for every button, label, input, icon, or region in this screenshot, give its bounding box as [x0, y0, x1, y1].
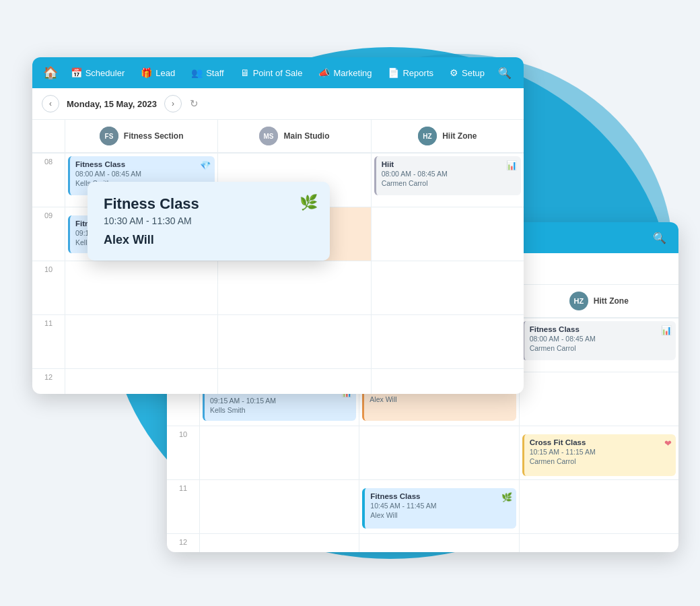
back-slot-h-12: [520, 533, 678, 552]
back-resource-hitt: HZ Hitt Zone: [519, 285, 678, 317]
back-event-fitness-alex-time: 10:45 AM - 11:45 AM: [370, 502, 510, 510]
front-slot-h-12: [372, 368, 524, 394]
popup-title: Fitness Class: [104, 195, 314, 213]
front-slot-f-12: [65, 368, 217, 394]
back-slot-f-11: [200, 479, 359, 533]
back-slot-m-11: Fitness Class 10:45 AM - 11:45 AM Alex W…: [359, 479, 518, 533]
front-resource-hiit: HZ Hiit Zone: [371, 120, 524, 152]
next-icon: ›: [172, 99, 174, 108]
nav-marketing[interactable]: 📣 Marketing: [312, 63, 378, 82]
reports-icon: 📄: [388, 67, 399, 78]
home-button[interactable]: 🏠: [40, 62, 61, 83]
front-time-11: 11: [32, 314, 65, 368]
front-slot-m-11: [218, 314, 370, 368]
back-time-10: 10: [167, 426, 199, 479]
refresh-button[interactable]: ↻: [190, 98, 199, 110]
front-time-col-header: [32, 120, 65, 152]
nav-scheduler[interactable]: 📅 Scheduler: [64, 63, 132, 82]
front-time-08: 08: [32, 153, 65, 207]
lotus-icon-back: 🌿: [501, 492, 512, 502]
front-scheduler-header: FS Fitness Section MS Main Studio HZ Hii…: [32, 120, 524, 153]
prev-date-button[interactable]: ‹: [42, 95, 59, 112]
back-slot-m-10: [359, 426, 518, 479]
nav-lead[interactable]: 🎁 Lead: [134, 63, 182, 82]
front-resource-main-label: Main Studio: [283, 131, 329, 141]
svg-text:FS: FS: [104, 133, 113, 140]
date-label: Monday, 15 May, 2023: [65, 99, 159, 109]
back-search-button[interactable]: 🔍: [649, 228, 670, 248]
front-avatar-hiit: HZ: [418, 127, 437, 145]
setup-icon: ⚙: [450, 67, 458, 78]
front-resource-fitness: FS Fitness Section: [65, 120, 217, 152]
lead-icon: 🎁: [141, 67, 152, 78]
back-event-fitness-person: Kells Smith: [210, 406, 351, 414]
prev-icon: ‹: [49, 99, 52, 108]
back-event-fitness-alex-title: Fitness Class: [370, 492, 510, 500]
front-slot-h-11: [372, 314, 524, 368]
front-slot-m-10: [218, 261, 370, 314]
back-event-crossfit-title: Cross Fit Class: [530, 438, 670, 446]
heart-icon-back: ❤: [664, 438, 672, 448]
nav-pos[interactable]: 🖥 Point of Sale: [234, 63, 310, 82]
back-event-fitness-alex-person: Alex Will: [370, 511, 510, 519]
front-lane-hiit: Hiit 08:00 AM - 08:45 AM Carmen Carrol 📊: [371, 153, 524, 394]
back-slot-h-10: Cross Fit Class 10:15 AM - 11:15 AM Carm…: [520, 426, 678, 479]
front-event-hiit-time: 08:00 AM - 08:45 AM: [382, 170, 516, 178]
home-icon: 🏠: [43, 65, 58, 80]
front-resource-fitness-label: Fitness Section: [124, 131, 184, 141]
back-slot-f-12: [200, 533, 359, 552]
back-event-fitness-carmen-title: Fitness Class: [530, 325, 670, 333]
search-icon: 🔍: [498, 67, 512, 79]
front-slot-h-10: [372, 261, 524, 314]
next-date-button[interactable]: ›: [164, 95, 182, 112]
nav-setup[interactable]: ⚙ Setup: [443, 63, 491, 82]
back-event-fitness-carmen[interactable]: Fitness Class 08:00 AM - 08:45 AM Carmen…: [522, 321, 676, 360]
pos-icon: 🖥: [240, 67, 250, 78]
front-event-fitness-08-time: 08:00 AM - 08:45 AM: [75, 170, 209, 178]
front-slot-f-11: [65, 314, 217, 368]
search-button[interactable]: 🔍: [494, 63, 516, 83]
back-lane-hitt: Fitness Class 08:00 AM - 08:45 AM Carmen…: [519, 318, 678, 552]
popup-card[interactable]: Fitness Class 10:30 AM - 11:30 AM Alex W…: [88, 182, 330, 261]
svg-text:HZ: HZ: [423, 133, 431, 140]
back-time-12: 12: [167, 533, 199, 552]
diamond-icon-front: 💎: [200, 160, 211, 170]
nav-staff[interactable]: 👥 Staff: [184, 63, 231, 82]
svg-text:MS: MS: [264, 133, 274, 140]
front-resource-main: MS Main Studio: [217, 120, 370, 152]
front-event-hiit-person: Carmen Carrol: [382, 179, 516, 187]
back-slot-m-12: [359, 533, 518, 552]
marketing-icon: 📣: [318, 67, 330, 78]
staff-icon-front: 👥: [191, 67, 203, 78]
refresh-icon: ↻: [190, 98, 199, 109]
back-event-fitness-carmen-time: 08:00 AM - 08:45 AM: [530, 335, 670, 343]
back-event-crossfit[interactable]: Cross Fit Class 10:15 AM - 11:15 AM Carm…: [522, 434, 676, 476]
front-datebar: ‹ Monday, 15 May, 2023 › ↻: [32, 88, 524, 120]
back-slot-h-08: Fitness Class 08:00 AM - 08:45 AM Carmen…: [520, 318, 678, 372]
scheduler-icon: 📅: [71, 67, 82, 78]
popup-person: Alex Will: [104, 233, 314, 247]
front-avatar-main: MS: [259, 127, 278, 145]
search-icon-back: 🔍: [653, 232, 666, 244]
front-event-hiit[interactable]: Hiit 08:00 AM - 08:45 AM Carmen Carrol 📊: [374, 156, 521, 195]
front-event-fitness-08-title: Fitness Class: [75, 160, 209, 168]
back-event-crossfit-person: Carmen Carrol: [530, 457, 670, 465]
nav-reports[interactable]: 📄 Reports: [381, 63, 440, 82]
front-slot-f-10: [65, 261, 217, 314]
front-navbar: 🏠 📅 Scheduler 🎁 Lead 👥 Staff 🖥 Point of …: [32, 57, 524, 88]
back-event-appointment-person: Alex Will: [370, 395, 510, 403]
front-time-12: 12: [32, 368, 65, 394]
activity-icon-back-h: 📊: [661, 325, 672, 335]
back-resource-hitt-label: Hitt Zone: [594, 296, 629, 306]
front-slot-h-09: [372, 207, 524, 261]
back-event-fitness-time: 09:15 AM - 10:15 AM: [210, 397, 351, 405]
back-slot-h-11: [520, 479, 678, 533]
front-time-09: 09: [32, 207, 65, 261]
back-event-crossfit-time: 10:15 AM - 11:15 AM: [530, 448, 670, 456]
activity-icon-hiit: 📊: [506, 160, 517, 170]
front-time-10: 10: [32, 261, 65, 314]
back-slot-h-09: [520, 372, 678, 426]
back-event-fitness-alex[interactable]: Fitness Class 10:45 AM - 11:45 AM Alex W…: [362, 488, 516, 529]
front-time-labels: 08 09 10 11 12: [32, 153, 65, 394]
popup-time: 10:30 AM - 11:30 AM: [104, 215, 314, 226]
